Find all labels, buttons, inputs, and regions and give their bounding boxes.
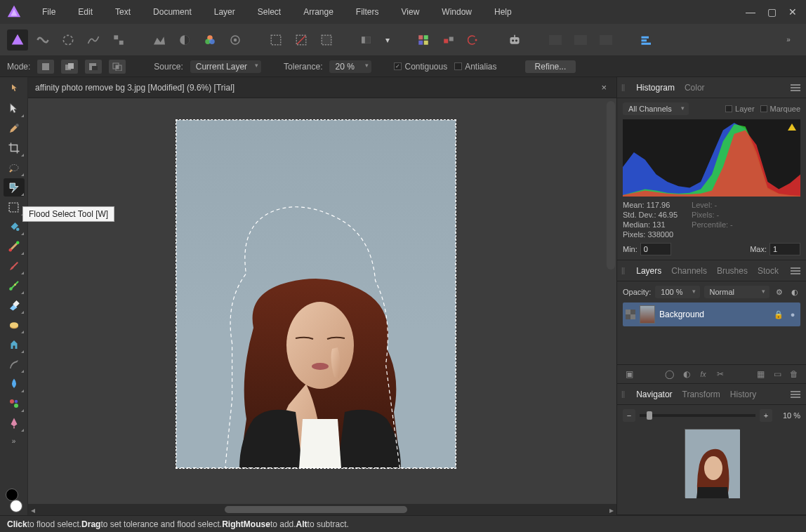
quickmask-button[interactable] xyxy=(357,29,378,51)
merge-icon[interactable]: ▣ xyxy=(623,368,635,380)
adjustment-icon[interactable]: ◐ xyxy=(680,368,693,380)
toolbar-overflow-icon[interactable]: » xyxy=(778,33,799,47)
menu-help[interactable]: Help xyxy=(483,3,523,21)
add-layer-icon[interactable]: ▦ xyxy=(754,368,767,380)
persona-develop[interactable] xyxy=(58,29,79,51)
viewport[interactable] xyxy=(28,98,616,504)
zoom-out-button[interactable]: − xyxy=(623,409,635,422)
contiguous-checkbox[interactable]: ✓Contiguous xyxy=(394,62,447,72)
arrow-down-icon[interactable]: ▾ xyxy=(382,29,393,51)
crop-tool[interactable] xyxy=(4,139,25,157)
select-all-button[interactable] xyxy=(265,29,286,51)
colorpicker-tool[interactable] xyxy=(4,119,25,138)
selection-brush-tool[interactable] xyxy=(4,159,25,177)
invert-select-button[interactable] xyxy=(316,29,337,51)
menu-layer[interactable]: Layer xyxy=(203,3,246,21)
panel-drag-handle-icon[interactable]: || xyxy=(621,84,625,91)
zoom-in-button[interactable]: + xyxy=(760,409,772,422)
grid-button[interactable] xyxy=(413,29,434,51)
clone-tool[interactable] xyxy=(4,316,25,334)
tab-transform[interactable]: Transform xyxy=(681,387,722,402)
mask-icon[interactable]: ◯ xyxy=(663,368,676,380)
tolerance-select[interactable]: 20 % xyxy=(329,60,371,73)
move-tool[interactable] xyxy=(4,100,25,118)
menu-document[interactable]: Document xyxy=(142,3,203,21)
align-button[interactable] xyxy=(636,29,657,51)
panel-menu-icon[interactable] xyxy=(791,83,802,93)
persona-photo[interactable] xyxy=(7,29,28,51)
erase-tool[interactable] xyxy=(4,296,25,314)
vertical-scrollbar[interactable] xyxy=(607,101,615,270)
persona-liquify[interactable] xyxy=(32,29,53,51)
tab-color[interactable]: Color xyxy=(683,80,706,95)
window-close-button[interactable]: ✕ xyxy=(785,4,800,20)
source-select[interactable]: Current Layer xyxy=(190,60,261,73)
antialias-checkbox[interactable]: Antialias xyxy=(454,62,496,72)
group-icon[interactable]: ▭ xyxy=(771,368,784,380)
fx-icon[interactable]: fx xyxy=(697,368,710,380)
flood-fill-tool[interactable] xyxy=(4,218,25,236)
color-swatch[interactable] xyxy=(4,488,24,512)
pen-tool[interactable] xyxy=(4,414,25,432)
menu-window[interactable]: Window xyxy=(430,3,483,21)
layer-checkbox[interactable]: Layer xyxy=(725,105,755,113)
autocontrast-button[interactable] xyxy=(174,29,195,51)
mode-add-button[interactable] xyxy=(61,60,78,74)
tab-channels[interactable]: Channels xyxy=(670,263,708,279)
menu-select[interactable]: Select xyxy=(246,3,292,21)
visibility-icon[interactable]: ● xyxy=(788,310,798,319)
blend-ranges-icon[interactable]: ◐ xyxy=(789,286,800,298)
tab-stock[interactable]: Stock xyxy=(756,263,780,279)
menu-file[interactable]: File xyxy=(31,3,67,21)
menu-text[interactable]: Text xyxy=(104,3,142,21)
retouch-tool[interactable] xyxy=(4,394,25,413)
window-minimize-button[interactable]: — xyxy=(743,4,758,20)
flood-select-tool[interactable] xyxy=(4,178,25,197)
inpainting-tool[interactable] xyxy=(4,335,25,354)
tab-layers[interactable]: Layers xyxy=(635,263,663,279)
autowb-button[interactable] xyxy=(225,29,246,51)
navigator-preview[interactable] xyxy=(685,429,739,498)
autolevels-button[interactable] xyxy=(149,29,170,51)
horizontal-scrollbar[interactable]: ◂ ▸ xyxy=(28,504,616,515)
tab-navigator[interactable]: Navigator xyxy=(635,387,673,402)
document-canvas[interactable] xyxy=(176,119,456,469)
max-input[interactable] xyxy=(769,243,800,255)
panel-menu-icon[interactable] xyxy=(791,266,802,276)
tab-history[interactable]: History xyxy=(729,387,758,402)
tools-overflow-icon[interactable]: » xyxy=(4,434,25,448)
document-tab-close[interactable]: × xyxy=(598,82,609,93)
blur-tool[interactable] xyxy=(4,375,25,393)
document-tab-title[interactable]: affinity photo remove bg 3.jpg [Modified… xyxy=(35,83,598,93)
persona-tonemap[interactable] xyxy=(83,29,104,51)
menu-arrange[interactable]: Arrange xyxy=(292,3,345,21)
marquee-checkbox[interactable]: Marquee xyxy=(760,105,800,113)
paintbrush-tool[interactable] xyxy=(4,257,25,275)
tab-histogram[interactable]: Histogram xyxy=(635,80,676,95)
mode-intersect-button[interactable] xyxy=(109,60,126,74)
force-align-button[interactable] xyxy=(463,29,484,51)
layer-row-background[interactable]: Background 🔒 ● xyxy=(623,302,800,326)
crop-layer-icon[interactable]: ✂ xyxy=(714,368,727,380)
panel-drag-handle-icon[interactable]: || xyxy=(621,390,625,398)
channels-select[interactable]: All Channels xyxy=(623,102,689,115)
opacity-select[interactable]: 100 % xyxy=(655,286,699,298)
gradient-tool[interactable] xyxy=(4,237,25,255)
assistant-button[interactable] xyxy=(504,29,525,51)
dodge-tool[interactable] xyxy=(4,355,25,373)
refine-button[interactable]: Refine... xyxy=(525,60,576,73)
menu-view[interactable]: View xyxy=(390,3,431,21)
deselect-button[interactable] xyxy=(291,29,312,51)
blendmode-select[interactable]: Normal xyxy=(704,286,769,298)
zoom-slider[interactable] xyxy=(640,414,755,417)
mode-subtract-button[interactable] xyxy=(85,60,102,74)
autocolors-button[interactable] xyxy=(199,29,220,51)
gear-icon[interactable]: ⚙ xyxy=(774,286,785,298)
marquee-tool[interactable] xyxy=(4,198,25,216)
mode-new-button[interactable] xyxy=(37,60,54,74)
paint-mixer-tool[interactable] xyxy=(4,277,25,295)
persona-export[interactable] xyxy=(108,29,129,51)
snap-button[interactable] xyxy=(438,29,459,51)
min-input[interactable] xyxy=(640,243,671,255)
view-tool[interactable] xyxy=(4,80,25,98)
